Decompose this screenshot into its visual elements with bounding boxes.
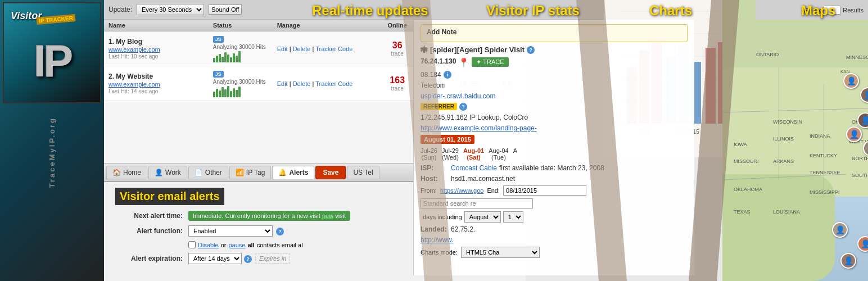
alert-function-select[interactable]: Enabled — [188, 225, 273, 237]
section-header-realtime: Real-time updates — [312, 3, 428, 19]
alert-expiry-select[interactable]: After 14 days — [188, 253, 242, 264]
referrer-ip-value: 172.245.91.162 IP Lookup, ColoCro — [421, 114, 528, 121]
wifi-icon: 📶 — [236, 169, 244, 176]
spark-bar — [213, 58, 215, 62]
tab-home[interactable]: 🏠 Home — [106, 166, 147, 179]
site-online-2: 163 trace — [381, 75, 413, 92]
spark-bar — [221, 87, 224, 97]
isp-value: Comcast Cable — [451, 164, 497, 172]
info-icon-ip: i — [444, 71, 451, 79]
landed-value: 62.75.2. — [451, 225, 475, 233]
referrer-url[interactable]: http://www.example.com/landing-page- — [421, 124, 537, 132]
all-text: all — [247, 242, 254, 248]
save-button[interactable]: Save — [315, 166, 346, 179]
online-sub-2: trace — [383, 85, 411, 92]
next-alert-suffix: visit — [335, 212, 346, 219]
site-status-1: JS Analyzing 30000 Hits — [211, 35, 275, 62]
spark-bar — [216, 89, 218, 97]
site-url-1[interactable]: www.example.com — [108, 46, 160, 53]
date-nav-aug04[interactable]: Aug-04 (Tue) — [489, 147, 508, 161]
tab-other[interactable]: 📄 Other — [188, 166, 228, 179]
charts-mode-select[interactable]: HTML5 Cha — [461, 247, 540, 258]
alerts-title: Visitor email alerts — [115, 188, 224, 205]
telecom-value: Telecom — [421, 81, 446, 89]
charts-mode-label: Charts mode: — [421, 249, 458, 256]
date-highlight: August 01, 2015 — [421, 135, 474, 144]
host-value: hsd1.ma.comcast.net — [451, 175, 515, 183]
ip-details-panel: Add Note 🕷 [spider][Agent] Spider Visit … — [413, 20, 694, 275]
spark-bar — [219, 54, 221, 62]
info-icon-2: ? — [244, 255, 252, 263]
expiry-question-icon: ? — [244, 255, 252, 263]
new-visit-link[interactable]: new — [322, 212, 333, 219]
logo-box: Visitor IP TRACKER IP — [3, 2, 101, 103]
end-date-input[interactable] — [503, 185, 586, 196]
month-select[interactable]: August — [464, 211, 501, 223]
disable-link[interactable]: Disable — [198, 242, 219, 248]
section-header-charts: Charts — [649, 3, 692, 19]
info-icon-referrer: ? — [459, 103, 467, 111]
add-note-box: Add Note — [421, 24, 688, 42]
map-pin[interactable]: 👤 — [832, 222, 848, 238]
last-hit-2: Last Hit: 14 sec ago — [108, 88, 206, 94]
tracker-code-link-1[interactable]: Tracker Code — [315, 46, 352, 52]
map-pin[interactable]: 👤 — [843, 73, 859, 89]
date-nav-aug01[interactable]: Aug-01 (Sat) — [463, 147, 484, 161]
trace-button[interactable]: ✦ TRACE — [472, 57, 508, 67]
tab-ip-tag[interactable]: 📶 IP Tag — [229, 166, 272, 179]
referrer-badge: REFERRER — [421, 103, 457, 110]
edit-link-2[interactable]: Edit — [277, 80, 288, 87]
tab-other-label: Other — [205, 169, 222, 176]
sound-button[interactable]: Sound Off — [209, 4, 242, 15]
or-text: or — [221, 242, 227, 248]
spider-header-text: [spider][Agent] Spider Visit — [430, 46, 525, 54]
section-header-ipstats: Visitor IP stats — [486, 3, 580, 19]
ip-partial-row: 08.184 i — [421, 71, 688, 79]
info-icon-spider: ? — [527, 46, 535, 54]
online-count-2: 163 — [390, 75, 405, 85]
map-pin[interactable]: 👤 — [846, 126, 862, 142]
isp-label: ISP: — [421, 164, 449, 172]
alert-function-label: Alert function: — [115, 227, 188, 235]
delete-link-2[interactable]: Delete — [293, 80, 311, 87]
day-select[interactable]: 13 — [503, 211, 523, 223]
section-header-maps: Maps — [801, 3, 835, 19]
search-input[interactable] — [421, 198, 533, 209]
from-label: From: — [421, 187, 437, 194]
landed-url[interactable]: http://www. — [421, 236, 454, 244]
spark-bar — [236, 90, 238, 97]
update-label: Update: — [108, 6, 132, 13]
ip-address-row: 76.24.1.130 📍 ✦ TRACE — [421, 57, 688, 68]
tab-work[interactable]: 👤 Work — [148, 166, 187, 179]
next-alert-value: Immediate. Currently monitoring for a ne… — [188, 211, 350, 221]
from-url[interactable]: https://www.goo — [440, 187, 484, 194]
pause-link[interactable]: pause — [228, 242, 245, 248]
date-nav-jul29[interactable]: Jul-29 (Wed) — [442, 147, 459, 161]
spark-bar — [238, 87, 241, 97]
spark-bar — [221, 57, 224, 62]
edit-link-1[interactable]: Edit — [277, 46, 288, 52]
site-url-2[interactable]: www.example.com — [108, 81, 160, 88]
update-interval-select[interactable]: Every 30 Seconds — [137, 4, 204, 15]
disable-checkbox[interactable] — [188, 241, 196, 248]
tab-home-label: Home — [123, 169, 141, 176]
date-nav-jul26[interactable]: Jul-26 (Sun) — [421, 147, 437, 161]
col-header-manage: Manage — [275, 22, 381, 29]
alert-expiration-label: Alert expiration: — [115, 255, 188, 262]
tab-alerts[interactable]: 🔔 Alerts — [272, 166, 314, 179]
spark-bar — [227, 55, 229, 62]
other-icon: 📄 — [195, 169, 203, 176]
col-header-online: Online — [381, 22, 413, 29]
sparkline-1 — [213, 51, 273, 62]
tracker-code-link-2[interactable]: Tracker Code — [315, 80, 352, 87]
delete-link-1[interactable]: Delete — [293, 46, 311, 52]
site-status-2: JS Analyzing 30000 Hits — [211, 70, 275, 97]
map-background: IOWA MISSOURI OKLAHOMA TEXAS WISCONSIN I… — [722, 0, 868, 281]
tab-ustel[interactable]: US Tel — [347, 166, 379, 179]
spark-bar — [224, 52, 227, 62]
days-row: days including August 13 — [421, 211, 688, 223]
status-badge-2: JS — [213, 71, 224, 78]
map-pin[interactable]: 👤 — [840, 253, 856, 269]
sparkline-2 — [213, 86, 273, 97]
date-nav-next[interactable]: A — [513, 147, 517, 161]
